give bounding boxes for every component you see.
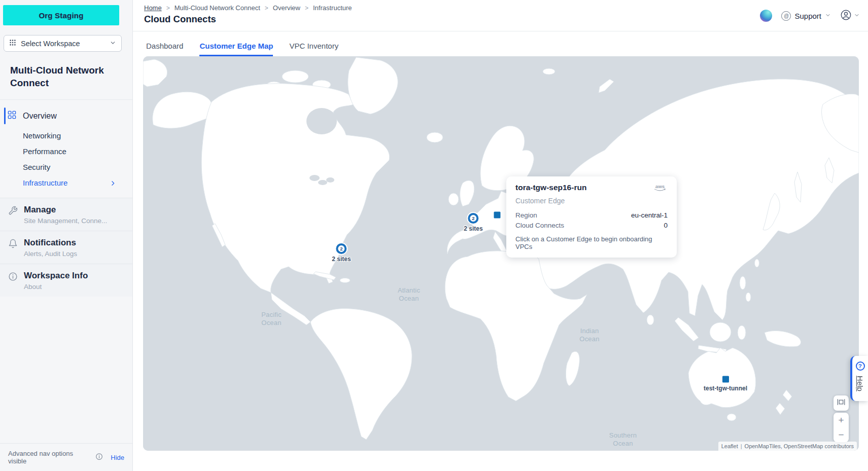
sidebar: Org Staging Select Workspace Multi-Cloud… [0, 0, 133, 471]
world-map[interactable]: PacificOcean AtlanticOcean IndianOcean S… [143, 56, 859, 451]
sidebar-item-notifications[interactable]: Notifications Alerts, Audit Logs [0, 231, 132, 264]
breadcrumb-current: Infrastructure [313, 4, 352, 12]
popup-row-region: Region eu-central-1 [515, 210, 668, 220]
product-title: Multi-Cloud Network Connect [10, 64, 122, 89]
cluster-marker-eu[interactable]: 2 2 sites [464, 213, 482, 232]
sidebar-item-infrastructure[interactable]: Infrastructure [0, 175, 132, 191]
advanced-nav-label: Advanced nav options visible [8, 450, 92, 465]
hide-nav-link[interactable]: Hide [111, 454, 124, 461]
sidebar-section-label: Workspace Info [24, 271, 88, 281]
main-content: Home > Multi-Cloud Network Connect > Ove… [133, 0, 868, 471]
customer-edge-popup: tora-tgw-sep16-run aws Customer Edge Reg… [506, 176, 677, 258]
sidebar-item-security[interactable]: Security [0, 159, 132, 175]
sidebar-nav: Overview Networking Performance Security… [0, 99, 132, 191]
sidebar-item-manage[interactable]: Manage Site Management, Conne... [0, 198, 132, 231]
sidebar-section-subtitle: About [24, 283, 88, 291]
sidebar-item-label: Overview [23, 112, 57, 121]
chevron-down-icon [110, 39, 116, 48]
chevron-right-icon [110, 179, 116, 188]
help-label: Help [856, 376, 864, 391]
status-orb [760, 10, 772, 22]
sidebar-section-label: Notifications [24, 238, 77, 248]
popup-row-cloud-connects: Cloud Connects 0 [515, 220, 668, 230]
org-staging-button[interactable]: Org Staging [3, 5, 119, 25]
breadcrumb-separator: > [166, 5, 170, 12]
popup-subtitle: Customer Edge [515, 197, 668, 205]
world-map-tiles [143, 56, 859, 451]
popup-hint: Click on a Customer Edge to begin onboar… [515, 235, 668, 250]
topbar: Home > Multi-Cloud Network Connect > Ove… [133, 0, 868, 31]
cluster-label: 2 sites [464, 225, 482, 232]
customer-edge-square-icon [722, 376, 729, 383]
chevron-down-icon [825, 11, 831, 20]
site-marker-test-tgw-tunnel[interactable]: test-tgw-tunnel [704, 376, 747, 392]
workspace-selector[interactable]: Select Workspace [4, 35, 122, 52]
user-icon [840, 9, 852, 23]
sidebar-section-subtitle: Alerts, Audit Logs [24, 250, 77, 258]
sidebar-item-networking[interactable]: Networking [0, 128, 132, 143]
breadcrumb-home[interactable]: Home [144, 4, 162, 12]
fit-bounds-icon [837, 397, 846, 409]
sidebar-section-subtitle: Site Management, Conne... [24, 217, 107, 225]
cluster-label: 2 sites [332, 256, 351, 263]
tab-customer-edge-map[interactable]: Customer Edge Map [199, 42, 273, 56]
sidebar-footer: Advanced nav options visible Hide [0, 443, 132, 471]
support-label: Support [794, 12, 821, 20]
zoom-in-button[interactable]: + [834, 413, 849, 427]
zoom-control: + − [834, 413, 849, 442]
fit-bounds-button[interactable] [834, 395, 849, 411]
breadcrumb-separator: > [305, 5, 308, 12]
support-icon: @ [781, 11, 791, 21]
breadcrumb-mcn[interactable]: Multi-Cloud Network Connect [175, 4, 260, 12]
site-label: test-tgw-tunnel [704, 385, 747, 392]
support-menu[interactable]: @ Support [781, 11, 831, 21]
chevron-down-icon [854, 11, 860, 20]
page-title: Cloud Connects [144, 14, 216, 25]
aws-logo-icon: aws [652, 183, 668, 195]
info-icon [8, 271, 18, 291]
zoom-out-button[interactable]: − [834, 427, 849, 442]
sidebar-item-overview[interactable]: Overview [0, 106, 132, 126]
wrench-icon [8, 205, 18, 225]
attribution-sources-link[interactable]: OpenMapTiles, OpenStreetMap contributors [745, 443, 854, 449]
sidebar-item-performance[interactable]: Performance [0, 143, 132, 159]
map-attribution: Leaflet | OpenMapTiles, OpenStreetMap co… [718, 442, 857, 451]
dashboard-grid-icon [7, 110, 17, 122]
help-tab-button[interactable]: ? Help [850, 356, 868, 401]
site-marker-eu-central[interactable] [494, 212, 501, 219]
account-menu[interactable] [840, 9, 860, 23]
sidebar-section-label: Manage [24, 205, 107, 215]
workspace-selector-value: Select Workspace [21, 40, 105, 48]
help-question-icon: ? [856, 361, 865, 371]
customer-edge-square-icon [494, 212, 501, 219]
cluster-count: 2 [336, 243, 346, 254]
tab-bar: Dashboard Customer Edge Map VPC Inventor… [133, 31, 868, 56]
tab-vpc-inventory[interactable]: VPC Inventory [289, 42, 338, 56]
breadcrumb-overview[interactable]: Overview [273, 4, 300, 12]
info-circle-icon [95, 453, 103, 462]
popup-title: tora-tgw-sep16-run [515, 183, 586, 192]
bell-icon [8, 238, 18, 258]
cluster-marker-us[interactable]: 2 2 sites [332, 243, 351, 263]
sidebar-item-workspace-info[interactable]: Workspace Info About [0, 264, 132, 297]
grid-dots-icon [9, 39, 16, 48]
sidebar-item-label: Infrastructure [23, 178, 67, 187]
tab-dashboard[interactable]: Dashboard [146, 42, 183, 56]
attribution-separator: | [741, 443, 742, 449]
breadcrumb: Home > Multi-Cloud Network Connect > Ove… [144, 4, 352, 12]
breadcrumb-separator: > [265, 5, 268, 12]
svg-text:aws: aws [655, 184, 665, 189]
cluster-count: 2 [468, 213, 478, 224]
leaflet-link[interactable]: Leaflet [721, 443, 738, 449]
